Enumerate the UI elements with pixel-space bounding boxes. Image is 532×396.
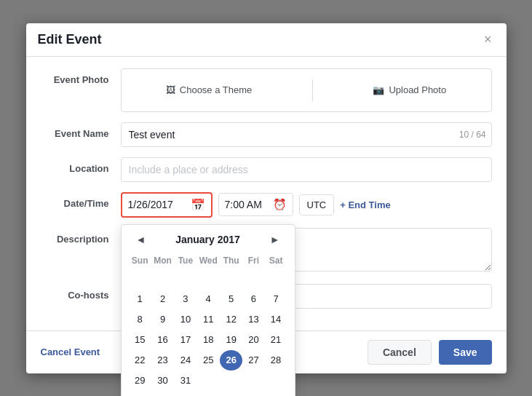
footer-right-actions: Cancel Save: [368, 340, 492, 365]
timezone-button[interactable]: UTC: [299, 194, 335, 215]
calendar-day[interactable]: 29: [129, 371, 151, 391]
prev-month-button[interactable]: ◄: [132, 232, 151, 247]
event-name-input[interactable]: [121, 122, 492, 147]
calendar-week-row: 293031: [129, 371, 287, 391]
calendar-day[interactable]: 6: [242, 289, 264, 309]
calendar-day[interactable]: 21: [265, 330, 287, 350]
calendar-day[interactable]: 1: [129, 289, 151, 309]
upload-icon: 📷: [373, 84, 384, 95]
datetime-content: 📅 ⏰ UTC + End Time ◄ January 2017 ►: [121, 192, 492, 218]
location-input[interactable]: [121, 157, 492, 182]
calendar-day[interactable]: 26: [220, 350, 242, 371]
datetime-label: Date/Time: [41, 192, 121, 209]
event-name-row: Event Name 10 / 64: [41, 122, 492, 147]
calendar-day: [242, 269, 264, 289]
calendar-day[interactable]: 13: [242, 309, 264, 330]
time-input-wrapper: ⏰: [218, 193, 293, 216]
location-row: Location: [41, 157, 492, 182]
end-time-button[interactable]: + End Time: [340, 199, 390, 210]
calendar-day[interactable]: 2: [151, 289, 175, 309]
calendar-icon[interactable]: 📅: [191, 198, 205, 212]
calendar-day[interactable]: 8: [129, 309, 151, 330]
calendar-week-row: 22232425262728: [129, 350, 287, 371]
calendar-day[interactable]: 15: [129, 330, 151, 350]
time-input[interactable]: [225, 199, 269, 210]
calendar-day: [151, 269, 175, 289]
calendar-day[interactable]: 3: [174, 289, 196, 309]
calendar-day[interactable]: 18: [196, 330, 220, 350]
weekday-fri: Fri: [242, 253, 264, 269]
choose-theme-label: Choose a Theme: [180, 84, 253, 95]
theme-icon: 🖼: [166, 84, 175, 95]
location-label: Location: [41, 157, 121, 174]
calendar-body: 1234567891011121314151617181920212223242…: [129, 269, 287, 391]
datetime-row: Date/Time 📅 ⏰ UTC + End Time: [41, 192, 492, 218]
weekday-sun: Sun: [129, 253, 151, 269]
calendar-day[interactable]: 24: [174, 350, 196, 371]
date-input[interactable]: [128, 199, 186, 210]
calendar-day[interactable]: 23: [151, 350, 175, 371]
calendar-day: [242, 371, 264, 391]
datetime-controls: 📅 ⏰ UTC + End Time ◄ January 2017 ►: [121, 192, 492, 218]
calendar-day[interactable]: 5: [220, 289, 242, 309]
calendar-day[interactable]: 14: [265, 309, 287, 330]
calendar-header: ◄ January 2017 ►: [129, 232, 287, 247]
calendar-day[interactable]: 19: [220, 330, 242, 350]
calendar-day[interactable]: 31: [174, 371, 196, 391]
calendar-day[interactable]: 27: [242, 350, 264, 371]
edit-event-modal: Edit Event × Event Photo 🖼 Choose a Them…: [26, 23, 507, 373]
weekday-mon: Mon: [151, 253, 175, 269]
calendar-week-row: 891011121314: [129, 309, 287, 330]
event-photo-label: Event Photo: [41, 68, 121, 85]
calendar-day: [196, 269, 220, 289]
calendar-week-row: [129, 269, 287, 289]
calendar-day[interactable]: 9: [151, 309, 175, 330]
close-button[interactable]: ×: [481, 32, 495, 47]
clock-icon[interactable]: ⏰: [273, 198, 287, 211]
weekday-sat: Sat: [265, 253, 287, 269]
location-content: [121, 157, 492, 182]
upload-photo-label: Upload Photo: [389, 84, 446, 95]
cohosts-label: Co-hosts: [41, 284, 121, 301]
calendar-day: [265, 269, 287, 289]
calendar-day[interactable]: 10: [174, 309, 196, 330]
upload-photo-button[interactable]: 📷 Upload Photo: [373, 84, 446, 95]
weekday-wed: Wed: [196, 253, 220, 269]
cancel-button[interactable]: Cancel: [368, 340, 432, 365]
event-name-label: Event Name: [41, 122, 121, 139]
photo-divider: [312, 79, 313, 101]
event-name-content: 10 / 64: [121, 122, 492, 147]
date-input-wrapper[interactable]: 📅: [121, 192, 213, 218]
cancel-event-button[interactable]: Cancel Event: [41, 346, 100, 357]
photo-area: 🖼 Choose a Theme 📷 Upload Photo: [121, 68, 492, 112]
calendar-day[interactable]: 17: [174, 330, 196, 350]
modal-title: Edit Event: [38, 32, 102, 47]
calendar-day: [196, 371, 220, 391]
next-month-button[interactable]: ►: [266, 232, 285, 247]
choose-theme-button[interactable]: 🖼 Choose a Theme: [166, 84, 253, 95]
calendar-week-row: 1234567: [129, 289, 287, 309]
calendar-day: [220, 269, 242, 289]
weekday-tue: Tue: [174, 253, 196, 269]
calendar-day: [220, 371, 242, 391]
calendar-day[interactable]: 16: [151, 330, 175, 350]
calendar-weekdays-row: Sun Mon Tue Wed Thu Fri Sat: [129, 253, 287, 269]
calendar-day[interactable]: 12: [220, 309, 242, 330]
calendar-day[interactable]: 22: [129, 350, 151, 371]
calendar-day: [129, 269, 151, 289]
calendar-day[interactable]: 30: [151, 371, 175, 391]
calendar-day[interactable]: 7: [265, 289, 287, 309]
calendar-day[interactable]: 4: [196, 289, 220, 309]
event-photo-row: Event Photo 🖼 Choose a Theme 📷 Upload Ph…: [41, 68, 492, 112]
save-button[interactable]: Save: [439, 340, 492, 365]
calendar-day[interactable]: 11: [196, 309, 220, 330]
calendar-grid: Sun Mon Tue Wed Thu Fri Sat 123: [129, 253, 287, 391]
description-label: Description: [41, 228, 121, 245]
calendar-day[interactable]: 20: [242, 330, 264, 350]
weekday-thu: Thu: [220, 253, 242, 269]
event-photo-content: 🖼 Choose a Theme 📷 Upload Photo: [121, 68, 492, 112]
calendar-day: [174, 269, 196, 289]
calendar-day[interactable]: 25: [196, 350, 220, 371]
calendar-day[interactable]: 28: [265, 350, 287, 371]
modal-header: Edit Event ×: [26, 23, 507, 57]
